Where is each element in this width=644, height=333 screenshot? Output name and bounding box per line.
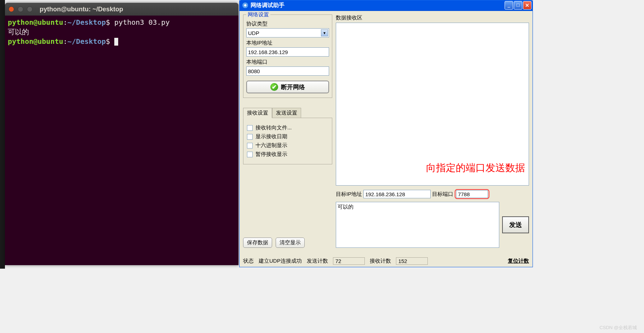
recv-count-value: 152 bbox=[396, 257, 428, 265]
minimize-button[interactable]: _ bbox=[505, 1, 513, 10]
target-ip-label: 目标IP地址 bbox=[336, 191, 362, 198]
command-text: python3 03.py bbox=[110, 18, 170, 27]
receive-area-label: 数据接收区 bbox=[336, 14, 529, 21]
settings-tabs: 接收设置 发送设置 bbox=[243, 108, 332, 118]
target-port-label: 目标端口 bbox=[432, 191, 453, 198]
protocol-label: 协议类型 bbox=[246, 21, 329, 27]
disconnect-button[interactable]: ✔ 断开网络 bbox=[246, 81, 329, 93]
terminal-close-icon[interactable] bbox=[8, 6, 14, 12]
terminal-cursor bbox=[114, 38, 118, 46]
local-ip-input[interactable] bbox=[246, 47, 329, 57]
save-data-button[interactable]: 保存数据 bbox=[243, 238, 272, 248]
local-port-input[interactable] bbox=[246, 66, 329, 76]
annotation-text: 向指定的端口发送数据 bbox=[426, 161, 525, 175]
network-settings-legend: 网络设置 bbox=[246, 11, 270, 18]
window-title: 网络调试助手 bbox=[251, 2, 505, 9]
clear-display-button[interactable]: 清空显示 bbox=[276, 238, 305, 248]
checkbox-redirect-file[interactable] bbox=[247, 125, 253, 131]
status-bar: 状态 建立UDP连接成功 发送计数 72 接收计数 152 复位计数 bbox=[243, 257, 529, 265]
terminal-output: 可以的 bbox=[8, 28, 29, 36]
target-port-input[interactable] bbox=[456, 190, 488, 198]
maximize-button[interactable]: □ bbox=[514, 1, 522, 10]
tab-send-settings[interactable]: 发送设置 bbox=[272, 108, 301, 118]
checkbox-hex-display[interactable] bbox=[247, 143, 253, 148]
prompt-path: ~/Desktop bbox=[68, 18, 106, 27]
receive-area[interactable]: 向指定的端口发送数据 bbox=[336, 23, 529, 186]
right-panel: 数据接收区 向指定的端口发送数据 目标IP地址 目标端口 发送 bbox=[336, 14, 529, 248]
terminal-title: python@ubuntu: ~/Desktop bbox=[40, 6, 123, 13]
send-count-label: 发送计数 bbox=[307, 258, 328, 264]
network-debug-assistant-window: 网络调试助手 _ □ ✕ 网络设置 协议类型 UDP ▼ 本地IP地址 本地端口… bbox=[239, 0, 533, 267]
protocol-select[interactable]: UDP ▼ bbox=[246, 28, 329, 37]
app-icon bbox=[242, 2, 248, 8]
send-textarea[interactable] bbox=[336, 202, 499, 248]
terminal-maximize-icon[interactable] bbox=[27, 6, 33, 12]
receive-settings-panel: 接收转向文件... 显示接收日期 十六进制显示 暂停接收显示 bbox=[243, 118, 332, 164]
left-panel: 网络设置 协议类型 UDP ▼ 本地IP地址 本地端口 ✔ 断开网络 接收设置 … bbox=[243, 14, 332, 248]
terminal-body[interactable]: python@ubuntu:~/Desktop$ python3 03.py 可… bbox=[5, 16, 238, 48]
target-ip-input[interactable] bbox=[363, 190, 431, 198]
close-button[interactable]: ✕ bbox=[523, 1, 531, 10]
status-text: 建立UDP连接成功 bbox=[259, 258, 302, 264]
terminal-titlebar: python@ubuntu: ~/Desktop bbox=[5, 3, 238, 16]
local-port-label: 本地端口 bbox=[246, 59, 329, 65]
check-icon: ✔ bbox=[270, 83, 278, 91]
checkbox-pause-display[interactable] bbox=[247, 152, 253, 157]
chevron-down-icon: ▼ bbox=[321, 29, 328, 36]
left-edge-sliver bbox=[0, 0, 5, 269]
network-settings-fieldset: 网络设置 协议类型 UDP ▼ 本地IP地址 本地端口 ✔ 断开网络 bbox=[243, 14, 332, 98]
terminal-minimize-icon[interactable] bbox=[18, 6, 23, 12]
recv-count-label: 接收计数 bbox=[370, 258, 391, 264]
send-button[interactable]: 发送 bbox=[502, 216, 529, 233]
local-ip-label: 本地IP地址 bbox=[246, 40, 329, 46]
checkbox-show-date[interactable] bbox=[247, 134, 253, 140]
xp-titlebar: 网络调试助手 _ □ ✕ bbox=[239, 0, 533, 11]
terminal-window: python@ubuntu: ~/Desktop python@ubuntu:~… bbox=[5, 3, 238, 265]
tab-receive-settings[interactable]: 接收设置 bbox=[243, 108, 272, 118]
status-label: 状态 bbox=[243, 258, 254, 264]
send-count-value: 72 bbox=[333, 257, 365, 265]
watermark: CSDN @全栈若城 bbox=[599, 325, 637, 331]
prompt-user: python@ubuntu bbox=[8, 18, 63, 27]
reset-count-button[interactable]: 复位计数 bbox=[508, 258, 529, 264]
target-port-highlight bbox=[455, 189, 489, 199]
